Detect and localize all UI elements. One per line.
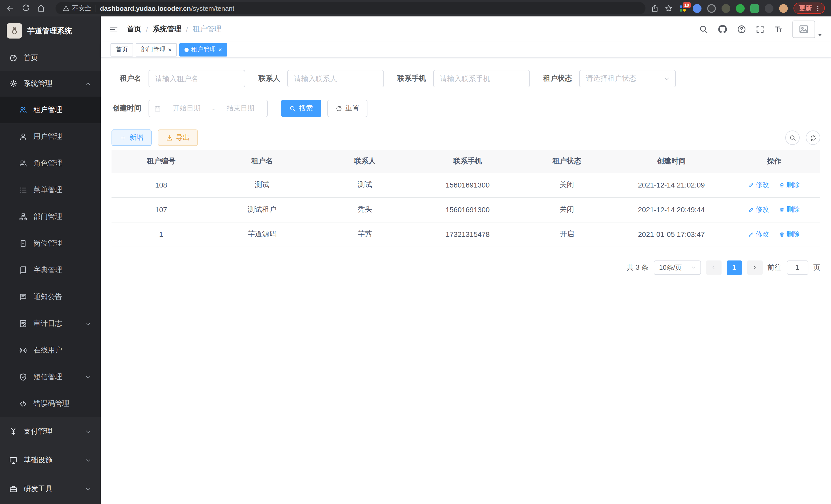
show-search-toggle-button[interactable] (785, 130, 800, 145)
sidebar-item-label: 部门管理 (33, 212, 62, 221)
sidebar-item-dev-tools[interactable]: 研发工具 (0, 475, 101, 503)
sidebar-item-infrastructure[interactable]: 基础设施 (0, 446, 101, 475)
add-button[interactable]: 新增 (112, 129, 152, 146)
breadcrumb-system[interactable]: 系统管理 (153, 25, 181, 34)
sidebar-item-roles[interactable]: 角色管理 (0, 150, 101, 177)
caret-down-icon (817, 32, 823, 38)
sidebar-item-menus[interactable]: 菜单管理 (0, 177, 101, 203)
close-icon[interactable]: × (168, 47, 172, 53)
date-start-placeholder: 开始日期 (165, 104, 208, 113)
create-time-range-picker[interactable]: 开始日期 - 结束日期 (148, 100, 268, 117)
delete-link[interactable]: 删除 (779, 205, 800, 214)
edit-link[interactable]: 修改 (748, 230, 769, 239)
cell-phone: 17321315478 (416, 222, 519, 246)
chevron-down-icon (85, 320, 91, 327)
sidebar-item-label: 用户管理 (33, 132, 62, 141)
sidebar-item-tenant[interactable]: 租户管理 (0, 97, 101, 123)
browser-reload-button[interactable] (22, 4, 30, 12)
sidebar-item-dictionary[interactable]: 字典管理 (0, 257, 101, 284)
prev-page-button[interactable] (706, 260, 721, 275)
cell-status: 关闭 (519, 197, 614, 222)
font-size-icon[interactable] (774, 25, 783, 34)
share-button[interactable] (651, 4, 659, 12)
extension-dark-ring-icon[interactable] (707, 4, 716, 12)
sidebar-item-system[interactable]: 系统管理 (0, 71, 101, 97)
extension-olive-icon[interactable] (721, 4, 730, 12)
yen-icon (9, 427, 18, 436)
cell-created: 2021-01-05 17:03:47 (614, 222, 728, 246)
search-icon (289, 105, 296, 112)
address-bar[interactable]: 不安全 dashboard.yudao.iocoder.cn/system/te… (56, 2, 646, 14)
users-icon (19, 106, 27, 114)
delete-link[interactable]: 删除 (779, 180, 800, 189)
column-header-actions: 操作 (728, 150, 820, 173)
user-avatar-menu[interactable] (793, 21, 823, 38)
export-button[interactable]: 导出 (158, 129, 198, 146)
browser-update-button[interactable]: 更新 (794, 3, 825, 14)
sidebar-item-audit-log[interactable]: 审计日志 (0, 310, 101, 337)
breadcrumb-home[interactable]: 首页 (127, 25, 141, 34)
sidebar-item-home[interactable]: 首页 (0, 45, 101, 71)
extension-blue-icon[interactable] (693, 4, 701, 12)
sidebar-item-label: 岗位管理 (33, 239, 62, 248)
cell-phone: 15601691300 (416, 173, 519, 197)
sidebar-item-posts[interactable]: 岗位管理 (0, 230, 101, 257)
sidebar-item-payment[interactable]: 支付管理 (0, 417, 101, 446)
tab-label: 租户管理 (191, 45, 216, 54)
profile-avatar-icon[interactable] (779, 4, 788, 12)
sidebar-item-error-codes[interactable]: 错误码管理 (0, 390, 101, 417)
sidebar-item-users[interactable]: 用户管理 (0, 123, 101, 150)
next-page-button[interactable] (747, 260, 763, 275)
tenant-name-input[interactable] (148, 70, 245, 87)
help-icon[interactable] (737, 25, 746, 34)
edit-link[interactable]: 修改 (748, 180, 769, 189)
cell-status: 关闭 (519, 173, 614, 197)
security-indicator[interactable]: 不安全 (63, 4, 91, 12)
github-icon[interactable] (717, 24, 728, 34)
extension-green-chat-icon[interactable] (750, 4, 759, 12)
status-select[interactable]: 请选择租户状态 (579, 70, 676, 87)
close-icon[interactable]: × (219, 47, 222, 53)
reset-button[interactable]: 重置 (327, 100, 368, 117)
main-area: 首页 / 系统管理 / 租户管理 (101, 17, 831, 504)
sidebar-item-notices[interactable]: 通知公告 (0, 284, 101, 310)
extension-green-circle-icon[interactable] (736, 4, 745, 12)
tab-departments[interactable]: 部门管理 × (136, 43, 177, 56)
tab-tenant[interactable]: 租户管理 × (179, 43, 227, 56)
browser-menu-kebab-icon[interactable] (814, 5, 821, 11)
filter-row-2: 创建时间 开始日期 - 结束日期 搜索 重置 (112, 100, 820, 117)
filter-row-1: 租户名 联系人 联系手机 租户状态 请选择租户状态 (112, 70, 820, 87)
sidebar-item-sms[interactable]: 短信管理 (0, 364, 101, 390)
browser-back-button[interactable] (6, 4, 15, 12)
sidebar-item-label: 在线用户 (33, 346, 62, 355)
column-header-created: 创建时间 (614, 150, 728, 173)
phone-input[interactable] (433, 70, 530, 87)
search-button[interactable]: 搜索 (281, 100, 321, 117)
sidebar-item-online-users[interactable]: 在线用户 (0, 337, 101, 364)
delete-link[interactable]: 删除 (779, 230, 800, 239)
fullscreen-icon[interactable] (755, 25, 765, 34)
bookmark-star-button[interactable] (664, 4, 673, 12)
current-page-button[interactable]: 1 (726, 260, 742, 275)
extension-cluster-icon[interactable]: 10 (678, 4, 687, 12)
browser-home-button[interactable] (37, 4, 45, 12)
browser-toolbar-right: 10 更新 (651, 3, 825, 14)
edit-link[interactable]: 修改 (748, 205, 769, 214)
tab-home[interactable]: 首页 (111, 43, 133, 56)
cell-contact: 秃头 (314, 197, 416, 222)
refresh-table-button[interactable] (806, 130, 820, 145)
page-unit-label: 页 (813, 263, 820, 272)
header-search-button[interactable] (699, 25, 708, 34)
export-button-label: 导出 (176, 133, 190, 142)
app-title: 芋道管理系统 (27, 26, 72, 36)
page-size-select[interactable]: 10条/页 (654, 260, 701, 275)
extension-puzzle-icon[interactable] (765, 4, 773, 12)
sidebar-toggle-button[interactable] (109, 24, 119, 34)
goto-page-input[interactable] (786, 260, 808, 275)
cell-actions: 修改 删除 (728, 197, 820, 222)
user-icon (19, 132, 27, 141)
cell-tenant-name: 测试 (211, 173, 314, 197)
sidebar-item-departments[interactable]: 部门管理 (0, 203, 101, 230)
contact-input[interactable] (287, 70, 384, 87)
contact-label: 联系人 (258, 74, 280, 83)
